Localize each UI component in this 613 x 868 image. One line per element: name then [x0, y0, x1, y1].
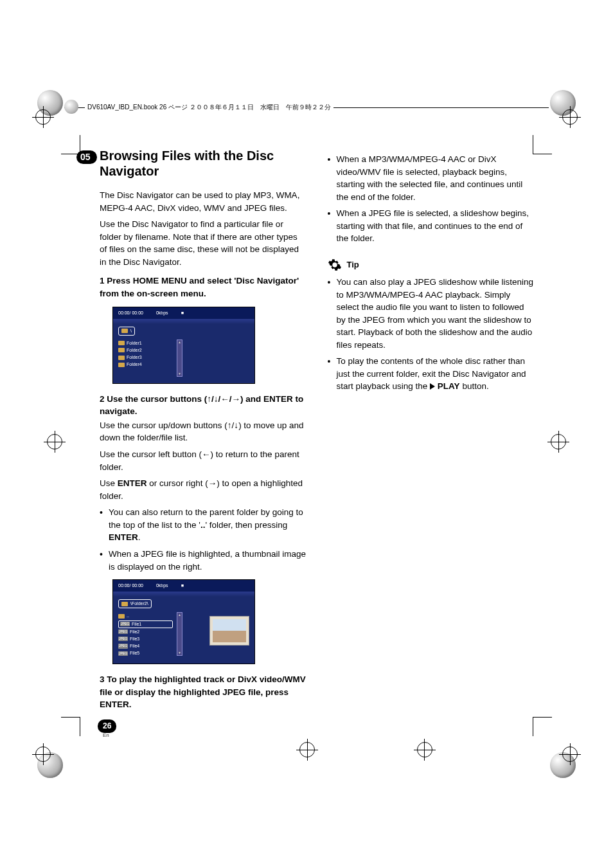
header-disc-icon [64, 100, 78, 114]
jpeg-chip: JPEG [118, 629, 128, 634]
folder-icon [121, 602, 128, 606]
crop-mark-mid-right [551, 434, 566, 449]
folder-icon [118, 363, 125, 367]
crop-mark [533, 717, 558, 743]
step-2-p3: Use ENTER or cursor right (→) to open a … [100, 477, 307, 502]
crop-mark [533, 129, 558, 154]
step-2-bullet-2: When a JPEG file is highlighted, a thumb… [109, 548, 307, 573]
list-item: File4 [130, 643, 139, 649]
ss1-bitrate: 0kbps [156, 310, 168, 316]
step-2-p2: Use the cursor left button (←) to return… [100, 448, 307, 473]
tip-label: Tip [347, 259, 359, 271]
ss1-path: \ [118, 327, 135, 336]
crop-mark-mid-bottom-2 [417, 742, 432, 757]
page-number: 26 [98, 719, 116, 733]
ss1-scrollbar: ▲▼ [177, 339, 182, 377]
ss1-stop-icon: ■ [181, 310, 184, 316]
gear-icon [328, 258, 342, 272]
tip-header: Tip [328, 258, 535, 272]
header-text: DV610AV_IBD_EN.book 26 ページ ２００８年６月１１日 水曜… [85, 103, 333, 113]
screenshot-disc-navigator-folders: 00:00/ 00:00 0kbps ■ \ Folder1 Folder2 F… [112, 307, 255, 384]
folder-icon [118, 614, 125, 619]
page-lang: En [103, 732, 109, 739]
right-bullet-2: When a JPEG file is selected, a slidesho… [337, 207, 535, 245]
list-item: Folder4 [127, 361, 142, 368]
crop-mark-mid-left [47, 434, 62, 449]
crop-mark [55, 129, 80, 154]
ss2-scrollbar: ▲▼ [177, 612, 182, 656]
section-title: 05 Browsing Files with the Disc Navigato… [100, 148, 307, 179]
left-column: 05 Browsing Files with the Disc Navigato… [100, 148, 307, 712]
folder-icon [118, 341, 125, 345]
jpeg-chip: JPEG [120, 622, 130, 626]
list-item: Folder2 [127, 347, 142, 354]
intro-paragraph-1: The Disc Navigator can be used to play M… [100, 189, 307, 214]
screenshot-disc-navigator-files: 00:00/ 00:00 0kbps ■ \Folder2\ .. JPEGFi… [112, 579, 255, 664]
crop-mark [55, 717, 80, 743]
ss1-folder-list: Folder1 Folder2 Folder3 Folder4 [118, 339, 173, 377]
intro-paragraph-2: Use the Disc Navigator to find a particu… [100, 218, 307, 268]
list-item: Folder3 [127, 354, 142, 361]
list-item: File2 [130, 629, 139, 635]
play-icon [430, 383, 435, 390]
list-item: File3 [130, 636, 139, 642]
step-2-title: 2 Use the cursor buttons (↑/↓/←/→) and E… [100, 393, 307, 418]
folder-icon [118, 348, 125, 352]
tip-bullet-1: You can also play a JPEG slideshow while… [337, 276, 535, 351]
tip-bullet-2: To play the contents of the whole disc r… [337, 355, 535, 393]
ss2-path: \Folder2\ [118, 599, 152, 608]
list-item: Folder1 [127, 340, 142, 347]
list-item: File1 [132, 621, 141, 628]
ss2-bitrate: 0kbps [156, 583, 168, 589]
list-item: File5 [130, 650, 139, 656]
step-1-title: 1 Press HOME MENU and select 'Disc Navig… [100, 275, 307, 300]
jpeg-chip: JPEG [118, 644, 128, 648]
step-2-bullet-1: You can also return to the parent folder… [109, 506, 307, 544]
jpeg-chip: JPEG [118, 651, 128, 656]
ss2-thumbnail [209, 616, 249, 646]
ss2-file-list: .. JPEGFile1 JPEGFile2 JPEGFile3 JPEGFil… [118, 612, 173, 657]
ss2-stop-icon: ■ [181, 583, 184, 589]
ss1-path-text: \ [130, 328, 132, 334]
right-column: When a MP3/WMA/MPEG-4 AAC or DivX video/… [328, 148, 535, 712]
ss1-time: 00:00/ 00:00 [118, 310, 143, 316]
list-item: .. [127, 613, 129, 619]
folder-icon [118, 356, 125, 360]
jpeg-chip: JPEG [118, 637, 128, 641]
chapter-badge: 05 [76, 150, 97, 164]
ss2-path-text: \Folder2\ [130, 601, 148, 607]
crop-mark-mid-bottom [299, 742, 315, 757]
step-2-p1: Use the cursor up/down buttons (↑/↓) to … [100, 419, 307, 444]
folder-icon [121, 329, 128, 333]
ss2-time: 00:00/ 00:00 [118, 583, 143, 589]
step-3-title: 3 To play the highlighted track or DivX … [100, 673, 307, 711]
right-bullet-1: When a MP3/WMA/MPEG-4 AAC or DivX video/… [337, 153, 535, 203]
title-text: Browsing Files with the Disc Navigator [100, 149, 274, 178]
